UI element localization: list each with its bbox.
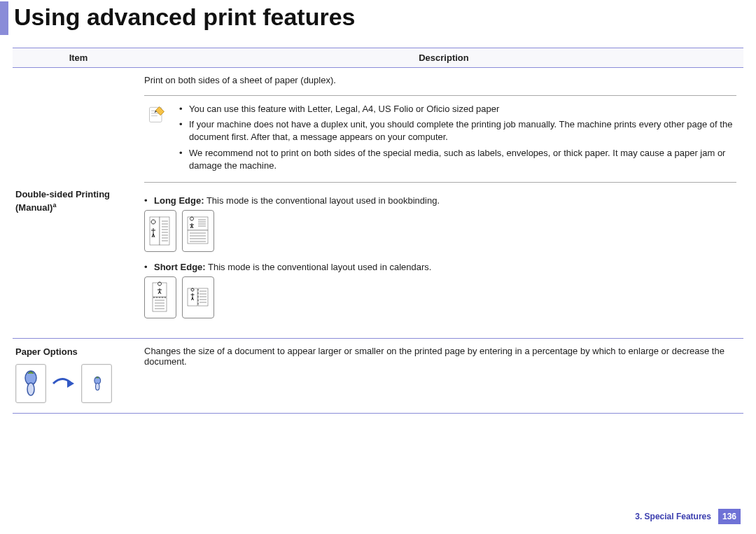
paper-options-scale-illustration xyxy=(15,364,112,403)
arrow-right-icon xyxy=(52,377,76,391)
mode-short-edge: Short Edge: This mode is the conventiona… xyxy=(144,262,736,272)
row-double-sided-printing: Double-sided Printing (Manual)a Print on… xyxy=(13,68,743,339)
svg-point-48 xyxy=(27,383,34,395)
item-cell-duplex: Double-sided Printing (Manual)a xyxy=(13,75,144,328)
item-name-duplex-line1: Double-sided Printing xyxy=(15,189,110,199)
footer-chapter-label: 3. Special Features xyxy=(635,512,711,521)
column-header-description: Description xyxy=(144,48,743,67)
duplex-note-item: If your machine does not have a duplex u… xyxy=(179,118,736,143)
mode-short-edge-label: Short Edge: xyxy=(154,262,206,272)
desc-cell-paper: Changes the size of a document to appear… xyxy=(144,346,743,403)
item-name-duplex-line2: (Manual) xyxy=(15,203,52,213)
title-bar: Using advanced print features xyxy=(0,0,756,35)
page-footer: 3. Special Features 136 xyxy=(635,509,741,524)
mode-short-edge-illustration xyxy=(144,276,736,318)
mode-long-edge-illustration xyxy=(144,210,736,252)
column-header-item: Item xyxy=(13,48,144,67)
duplex-intro-text: Print on both sides of a sheet of paper … xyxy=(144,75,736,85)
paper-small-icon xyxy=(81,364,112,403)
svg-rect-25 xyxy=(153,297,167,311)
title-accent-bar xyxy=(0,1,8,35)
svg-rect-3 xyxy=(151,115,158,116)
duplex-note-list: You can use this feature with Letter, Le… xyxy=(179,103,736,175)
mode-short-edge-text: This mode is the conventional layout use… xyxy=(206,262,432,272)
footer-page-number: 136 xyxy=(718,509,741,524)
long-edge-book-variant-icon xyxy=(144,210,176,252)
duplex-note-item: We recommend not to print on both sides … xyxy=(179,147,736,172)
note-icon xyxy=(144,103,167,175)
short-edge-calendar-variant-icon xyxy=(144,276,176,318)
item-name-paper: Paper Options xyxy=(15,346,78,358)
duplex-note-item: You can use this feature with Letter, Le… xyxy=(179,103,736,115)
long-edge-book-variant-icon xyxy=(182,210,214,252)
mode-long-edge-text: This mode is the conventional layout use… xyxy=(204,195,440,206)
paper-options-description: Changes the size of a document to appear… xyxy=(144,346,736,367)
short-edge-calendar-variant-icon xyxy=(182,276,214,318)
mode-long-edge-label: Long Edge: xyxy=(154,195,204,206)
svg-point-50 xyxy=(96,384,100,391)
row-paper-options: Paper Options xyxy=(13,339,743,414)
page-title: Using advanced print features xyxy=(14,1,355,35)
desc-cell-duplex: Print on both sides of a sheet of paper … xyxy=(144,75,743,328)
paper-large-icon xyxy=(15,364,46,403)
duplex-note-callout: You can use this feature with Letter, Le… xyxy=(144,95,736,183)
item-cell-paper: Paper Options xyxy=(13,346,144,403)
table-header-row: Item Description xyxy=(13,48,743,68)
mode-long-edge: Long Edge: This mode is the conventional… xyxy=(144,195,736,206)
item-name-duplex-sup: a xyxy=(52,202,56,209)
